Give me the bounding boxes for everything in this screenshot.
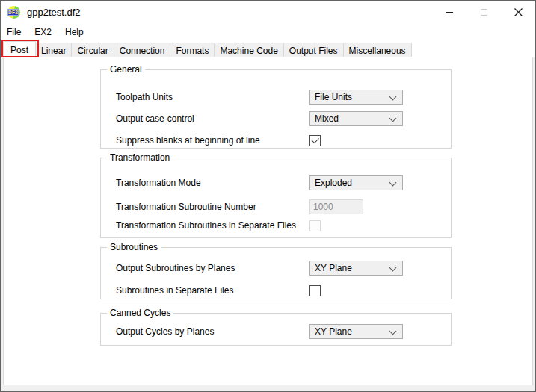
window-controls	[432, 1, 535, 24]
tab-strip: Post Linear Circular Connection Formats …	[1, 40, 535, 57]
row-transformation-subroutines-separate-files: Transformation Subroutines in Separate F…	[101, 218, 451, 233]
group-transformation: Transformation Transformation Mode Explo…	[100, 158, 452, 238]
tab-output-files[interactable]: Output Files	[283, 43, 344, 57]
field-label: Subroutines in Separate Files	[116, 285, 309, 296]
chevron-down-icon	[389, 93, 397, 101]
dropdown-value: Exploded	[315, 178, 352, 188]
minimize-button[interactable]	[432, 1, 466, 24]
field-label: Transformation Mode	[116, 178, 309, 188]
field-label: Output case-control	[116, 113, 309, 124]
title-bar: DF2 gpp2test.df2	[1, 1, 535, 24]
tab-page-post: General Toolpath Units File Units Output…	[3, 57, 533, 385]
row-output-cycles-by-planes: Output Cycles by Planes XY Plane	[101, 324, 451, 339]
tab-circular[interactable]: Circular	[71, 43, 114, 57]
close-button[interactable]	[501, 1, 535, 24]
output-cycles-by-planes-dropdown[interactable]: XY Plane	[309, 324, 403, 339]
field-label: Transformation Subroutines in Separate F…	[116, 220, 309, 231]
dropdown-value: File Units	[315, 92, 352, 102]
group-subroutines: Subroutines Output Subroutines by Planes…	[100, 247, 452, 299]
minimize-icon	[446, 12, 453, 13]
app-icon-text: DF2	[7, 9, 19, 16]
row-suppress-blanks: Suppress blanks at beginning of line	[101, 133, 451, 148]
row-toolpath-units: Toolpath Units File Units	[101, 90, 451, 105]
app-icon: DF2	[7, 6, 20, 19]
dropdown-value: Mixed	[315, 113, 339, 124]
tab-linear[interactable]: Linear	[35, 43, 72, 57]
transformation-subroutines-separate-files-checkbox	[309, 220, 321, 231]
transformation-mode-dropdown[interactable]: Exploded	[309, 175, 403, 190]
chevron-down-icon	[389, 264, 397, 272]
output-case-control-dropdown[interactable]: Mixed	[309, 111, 403, 126]
chevron-down-icon	[389, 328, 397, 335]
menu-help[interactable]: Help	[58, 25, 90, 40]
menu-bar: File EX2 Help	[1, 24, 535, 40]
toolpath-units-dropdown[interactable]: File Units	[309, 90, 403, 105]
menu-file[interactable]: File	[1, 25, 28, 40]
tab-connection[interactable]: Connection	[114, 43, 171, 57]
row-output-case-control: Output case-control Mixed	[101, 111, 451, 126]
transformation-subroutine-number-input	[309, 199, 363, 214]
output-subroutines-by-planes-dropdown[interactable]: XY Plane	[309, 261, 403, 276]
subroutines-separate-files-checkbox[interactable]	[309, 285, 321, 296]
dropdown-value: XY Plane	[315, 263, 352, 273]
row-transformation-mode: Transformation Mode Exploded	[101, 175, 451, 190]
field-label: Suppress blanks at beginning of line	[116, 135, 309, 146]
group-title: Canned Cycles	[107, 308, 173, 318]
group-title: General	[107, 64, 145, 75]
close-icon	[514, 8, 523, 16]
chevron-down-icon	[389, 115, 397, 122]
chevron-down-icon	[389, 179, 397, 187]
tab-machine-code[interactable]: Machine Code	[214, 43, 283, 57]
field-label: Transformation Subroutine Number	[116, 202, 309, 212]
tab-formats[interactable]: Formats	[170, 43, 215, 57]
group-title: Transformation	[107, 152, 173, 163]
group-canned-cycles: Canned Cycles Output Cycles by Planes XY…	[100, 313, 452, 346]
row-subroutines-separate-files: Subroutines in Separate Files	[101, 283, 451, 298]
field-label: Toolpath Units	[116, 92, 309, 102]
field-label: Output Cycles by Planes	[116, 326, 309, 337]
row-transformation-subroutine-number: Transformation Subroutine Number	[101, 199, 451, 214]
tab-post[interactable]: Post	[3, 41, 36, 58]
menu-ex2[interactable]: EX2	[28, 25, 58, 40]
field-label: Output Subroutines by Planes	[116, 263, 309, 273]
window-title: gpp2test.df2	[27, 7, 81, 18]
suppress-blanks-checkbox[interactable]	[309, 135, 321, 146]
app-window: DF2 gpp2test.df2 File EX2 Help Post Line…	[0, 0, 536, 392]
group-title: Subroutines	[107, 242, 161, 252]
dropdown-value: XY Plane	[315, 326, 352, 337]
group-general: General Toolpath Units File Units Output…	[100, 69, 452, 149]
row-output-subroutines-by-planes: Output Subroutines by Planes XY Plane	[101, 261, 451, 276]
maximize-button	[466, 1, 501, 24]
maximize-icon	[481, 9, 487, 16]
tab-miscellaneous[interactable]: Miscellaneous	[343, 43, 412, 57]
